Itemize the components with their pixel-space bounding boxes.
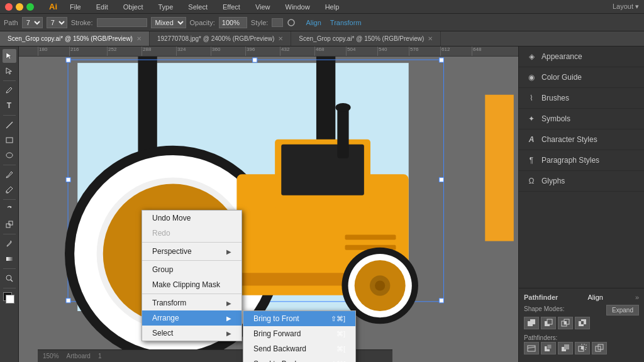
style-label: Style: <box>251 19 269 26</box>
pathfinder-expand-btn[interactable]: » <box>635 293 639 301</box>
panel-character-styles[interactable]: A Character Styles <box>519 129 644 150</box>
ctx-group[interactable]: Group <box>142 262 242 277</box>
panel-brushes[interactable]: ⌇ Brushes <box>519 88 644 109</box>
pf-trim[interactable] <box>541 342 556 354</box>
svg-line-1 <box>6 122 13 128</box>
menu-object[interactable]: Object <box>121 2 146 12</box>
pf-divide[interactable] <box>524 342 539 354</box>
menu-type[interactable]: Type <box>156 2 176 12</box>
align-button[interactable]: Align <box>306 19 321 26</box>
path-num-select[interactable]: 7 <box>47 17 67 28</box>
maximize-window-button[interactable] <box>26 3 34 11</box>
traffic-lights <box>5 3 34 11</box>
close-tab-2[interactable]: ✕ <box>278 35 283 42</box>
submenu-arrange: Bring to Front ⇧⌘] Bring Forward ⌘] Send… <box>243 310 356 362</box>
svg-rect-17 <box>66 177 70 182</box>
canvas-area[interactable]: 180 216 252 288 324 360 396 432 468 504 … <box>19 47 518 362</box>
expand-button[interactable]: Expand <box>606 305 639 315</box>
ctx-undo-move[interactable]: Undo Move <box>142 211 242 226</box>
menu-edit[interactable]: Edit <box>94 2 111 12</box>
blend-mode-select[interactable]: Mixed <box>151 17 186 28</box>
minimize-window-button[interactable] <box>16 3 23 11</box>
svg-rect-58 <box>547 344 552 349</box>
align-tab[interactable]: Align <box>584 292 606 302</box>
scale-tool[interactable] <box>3 217 16 231</box>
ctx-arrange[interactable]: Arrange ▶ Bring to Front ⇧⌘] Bring Forwa… <box>142 310 242 326</box>
appearance-icon: ◈ <box>526 52 536 62</box>
submenu-bring-forward[interactable]: Bring Forward ⌘] <box>243 326 355 341</box>
ctx-perspective[interactable]: Perspective ▶ <box>142 244 242 259</box>
svg-rect-51 <box>564 321 567 324</box>
type-tool[interactable]: T <box>3 99 16 112</box>
svg-rect-18 <box>439 177 443 182</box>
menu-view[interactable]: View <box>253 2 273 12</box>
selection-tool[interactable] <box>3 49 16 63</box>
eyedropper-tool[interactable] <box>3 237 16 251</box>
path-type-select[interactable]: 7 <box>22 17 43 28</box>
opacity-input[interactable] <box>219 17 247 28</box>
submenu-bring-to-front[interactable]: Bring to Front ⇧⌘] <box>243 311 355 326</box>
svg-rect-34 <box>345 235 396 240</box>
pencil-tool[interactable] <box>3 183 16 197</box>
stroke-swatch[interactable] <box>6 295 14 304</box>
tool-divider-5 <box>3 234 16 234</box>
shape-mode-unite[interactable] <box>524 317 539 329</box>
ellipse-tool[interactable] <box>3 148 16 162</box>
layout-label: Layout ▾ <box>613 3 639 11</box>
tool-divider-4 <box>3 199 16 200</box>
zoom-tool[interactable] <box>3 272 16 285</box>
ctx-select[interactable]: Select ▶ <box>142 326 242 341</box>
rotate-tool[interactable] <box>3 202 16 216</box>
menu-effect[interactable]: Effect <box>220 2 243 12</box>
pf-crop[interactable] <box>575 342 590 354</box>
doc-tab-3[interactable]: Scen_Grop copy.ai* @ 150% (RGB/Preview) … <box>291 31 441 46</box>
brushes-label: Brushes <box>541 94 569 102</box>
glyphs-icon: Ω <box>526 176 536 186</box>
tool-divider-3 <box>3 165 16 165</box>
menu-file[interactable]: File <box>67 2 84 12</box>
line-tool[interactable] <box>3 118 16 132</box>
svg-rect-15 <box>253 58 257 62</box>
close-tab-1[interactable]: ✕ <box>136 35 142 42</box>
gradient-tool[interactable] <box>3 252 16 266</box>
ctx-redo[interactable]: Redo <box>142 226 242 241</box>
menu-select[interactable]: Select <box>186 2 210 12</box>
panel-symbols[interactable]: ✦ Symbols <box>519 109 644 129</box>
panel-color-guide[interactable]: ◉ Color Guide <box>519 67 644 88</box>
svg-rect-5 <box>6 224 10 228</box>
shape-modes-label: Shape Modes: <box>524 305 565 312</box>
rect-tool[interactable] <box>3 133 16 147</box>
panel-glyphs[interactable]: Ω Glyphs <box>519 171 644 192</box>
main-area: T <box>0 47 644 362</box>
panel-paragraph-styles[interactable]: ¶ Paragraph Styles <box>519 150 644 171</box>
paragraph-styles-label: Paragraph Styles <box>541 156 599 165</box>
paintbrush-tool[interactable] <box>3 168 16 182</box>
left-toolbar: T <box>0 47 19 362</box>
pf-merge[interactable] <box>558 342 573 354</box>
close-window-button[interactable] <box>5 3 13 11</box>
close-tab-3[interactable]: ✕ <box>428 35 433 42</box>
ctx-make-clipping-mask[interactable]: Make Clipping Mask <box>142 277 242 292</box>
ctx-transform[interactable]: Transform ▶ <box>142 295 242 310</box>
panel-appearance[interactable]: ◈ Appearance <box>519 47 644 67</box>
shape-mode-intersect[interactable] <box>558 317 573 329</box>
shape-mode-buttons <box>524 317 639 329</box>
appearance-label: Appearance <box>541 52 582 61</box>
shape-mode-exclude[interactable] <box>575 317 590 329</box>
menu-help[interactable]: Help <box>323 2 342 12</box>
pen-tool[interactable] <box>3 84 16 97</box>
pf-outline[interactable] <box>592 342 607 354</box>
svg-rect-14 <box>66 58 70 62</box>
right-panel: ◈ Appearance ◉ Color Guide ⌇ Brushes ✦ S… <box>518 47 644 362</box>
direct-selection-tool[interactable] <box>3 64 16 78</box>
doc-tab-2[interactable]: 192770708.jpg* @ 2400% (RGB/Preview) ✕ <box>150 31 291 46</box>
bring-forward-shortcut: ⌘] <box>336 330 345 338</box>
doc-tab-1[interactable]: Scen_Grop copy.ai* @ 150% (RGB/Preview) … <box>0 31 150 46</box>
right-panel-items: ◈ Appearance ◉ Color Guide ⌇ Brushes ✦ S… <box>519 47 644 288</box>
transform-button[interactable]: Transform <box>330 19 362 26</box>
shape-mode-minus-front[interactable] <box>541 317 556 329</box>
submenu-send-to-back[interactable]: Send to Back ⇧⌘[ <box>243 356 355 362</box>
submenu-send-backward[interactable]: Send Backward ⌘[ <box>243 341 355 356</box>
style-swatch <box>272 18 283 27</box>
menu-window[interactable]: Window <box>283 2 313 12</box>
